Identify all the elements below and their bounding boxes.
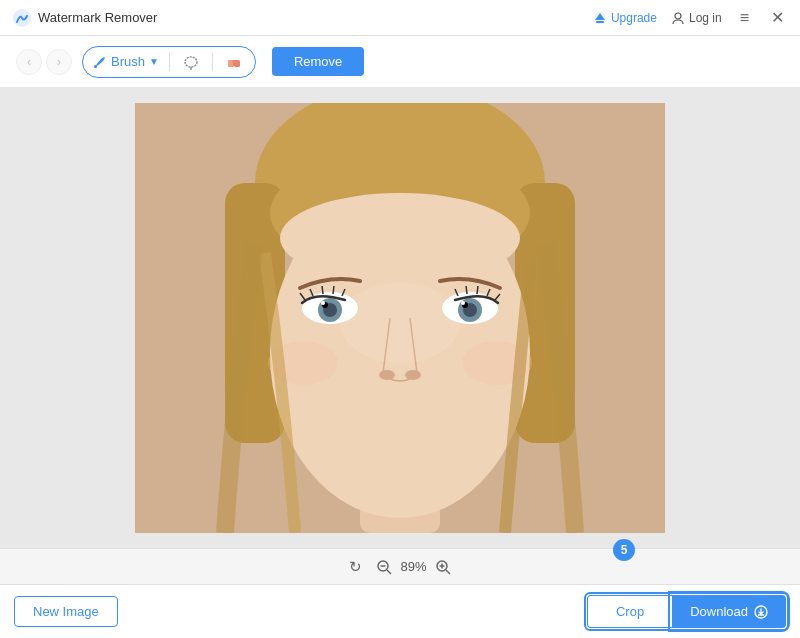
brush-icon xyxy=(93,55,107,69)
svg-rect-1 xyxy=(596,21,604,23)
crop-button[interactable]: Crop xyxy=(587,595,672,628)
svg-point-14 xyxy=(280,193,520,283)
new-image-button[interactable]: New Image xyxy=(14,596,118,627)
badge-number: 5 xyxy=(613,539,635,561)
eraser-tool-button[interactable] xyxy=(223,51,245,73)
eraser-icon xyxy=(225,53,243,71)
image-container xyxy=(135,103,665,533)
svg-point-29 xyxy=(340,283,460,363)
svg-point-2 xyxy=(675,13,681,19)
zoom-in-icon xyxy=(435,559,451,575)
brush-label: Brush ▼ xyxy=(93,54,159,69)
tool-divider-2 xyxy=(212,53,213,71)
svg-point-19 xyxy=(321,301,325,305)
bottom-bar: New Image Crop Download xyxy=(0,584,800,638)
remove-button[interactable]: Remove xyxy=(272,47,364,76)
redo-button[interactable]: › xyxy=(46,49,72,75)
menu-button[interactable]: ≡ xyxy=(736,7,753,29)
zoom-out-icon xyxy=(376,559,392,575)
svg-line-34 xyxy=(446,570,450,574)
title-bar: Watermark Remover Upgrade Log in ≡ ✕ xyxy=(0,0,800,36)
rotate-button[interactable]: ↻ xyxy=(349,558,362,576)
undo-button[interactable]: ‹ xyxy=(16,49,42,75)
lasso-icon xyxy=(182,53,200,71)
zoom-percent: 89% xyxy=(400,559,426,574)
svg-rect-6 xyxy=(228,60,233,67)
download-button[interactable]: Download xyxy=(672,595,786,628)
upgrade-icon xyxy=(593,11,607,25)
svg-point-24 xyxy=(461,301,465,305)
zoom-out-button[interactable] xyxy=(376,559,392,575)
login-button[interactable]: Log in xyxy=(671,11,722,25)
svg-point-26 xyxy=(405,370,421,380)
status-bar: ↻ 89% 5 xyxy=(0,548,800,584)
main-canvas-area xyxy=(0,88,800,548)
download-icon xyxy=(754,605,768,619)
toolbar-nav: ‹ › xyxy=(16,49,72,75)
title-right: Upgrade Log in ≡ ✕ xyxy=(593,6,788,29)
svg-line-31 xyxy=(387,570,391,574)
upgrade-button[interactable]: Upgrade xyxy=(593,11,657,25)
svg-point-25 xyxy=(379,370,395,380)
portrait-image xyxy=(135,103,665,533)
user-icon xyxy=(671,11,685,25)
svg-point-3 xyxy=(94,65,97,68)
close-button[interactable]: ✕ xyxy=(767,6,788,29)
title-left: Watermark Remover xyxy=(12,8,157,28)
lasso-tool-button[interactable] xyxy=(180,51,202,73)
tool-divider xyxy=(169,53,170,71)
svg-point-4 xyxy=(185,57,197,67)
app-title: Watermark Remover xyxy=(38,10,157,25)
zoom-controls: ↻ 89% xyxy=(349,558,450,576)
toolbar: ‹ › Brush ▼ Remove xyxy=(0,36,800,88)
app-logo-icon xyxy=(12,8,32,28)
download-group: Crop Download xyxy=(587,595,786,628)
tool-group: Brush ▼ xyxy=(82,46,256,78)
zoom-in-button[interactable] xyxy=(435,559,451,575)
